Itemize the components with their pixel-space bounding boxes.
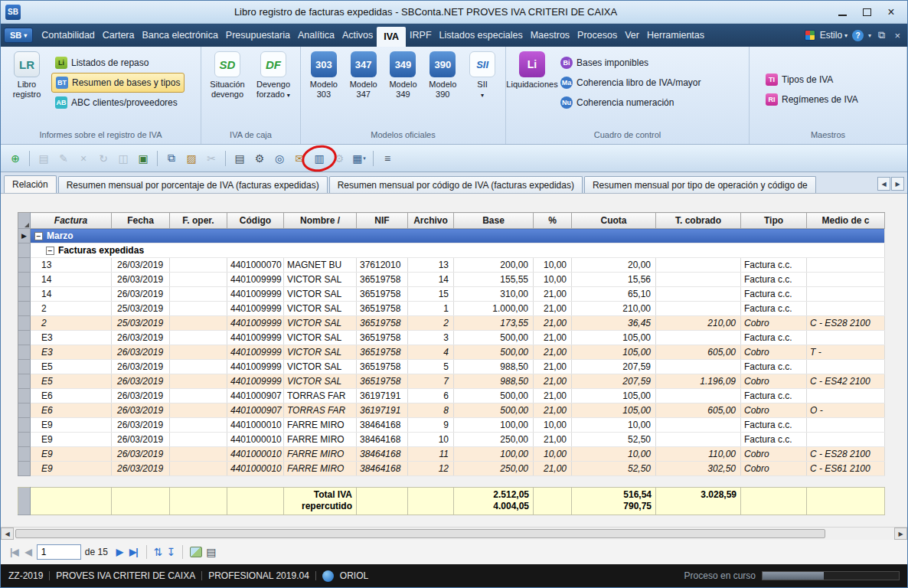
row-indicator[interactable] xyxy=(18,360,31,374)
email-icon[interactable]: ✉ xyxy=(291,150,308,167)
column-header[interactable]: Código xyxy=(227,213,284,229)
collapse-toggle[interactable]: − xyxy=(34,232,43,240)
row-indicator[interactable] xyxy=(18,418,31,433)
cell-nif[interactable]: 38464168 xyxy=(357,462,408,476)
coherencia-mayor-button[interactable]: Ma Coherencia libro de IVA/mayor xyxy=(557,73,705,93)
cell-fecha[interactable]: 26/03/2019 xyxy=(112,447,170,462)
cell-pct[interactable]: 10,00 xyxy=(534,418,572,433)
tab-scroll-left-icon[interactable]: ◀ xyxy=(877,177,890,191)
cell-fecha[interactable]: 26/03/2019 xyxy=(112,258,170,273)
cell-nombre[interactable]: VICTOR SAL xyxy=(284,331,357,345)
listados-repaso-button[interactable]: Li Listados de repaso xyxy=(51,53,185,73)
cell-pct[interactable]: 21,00 xyxy=(534,462,572,476)
column-header[interactable]: Cuota xyxy=(572,213,656,229)
record-number-input[interactable] xyxy=(37,544,81,560)
estilo-button[interactable]: Estilo▾ xyxy=(820,30,848,41)
cell-fecha[interactable]: 26/03/2019 xyxy=(112,433,170,447)
cell-nif[interactable]: 36519758 xyxy=(357,374,408,389)
delete-record-icon[interactable]: × xyxy=(75,150,92,167)
cell-archivo[interactable]: 15 xyxy=(408,287,454,302)
cell-nif[interactable]: 36197191 xyxy=(357,403,408,418)
collapse-toggle[interactable]: − xyxy=(46,247,54,255)
cell-codigo[interactable]: 4401000010 xyxy=(227,462,284,476)
cell-codigo[interactable]: 4401009999 xyxy=(227,345,284,360)
row-indicator[interactable] xyxy=(18,447,31,462)
table-row[interactable]: 225/03/20194401009999VICTOR SAL365197581… xyxy=(18,302,885,316)
cell-pct[interactable]: 21,00 xyxy=(534,345,572,360)
scroll-right-icon[interactable]: ▶ xyxy=(894,528,907,540)
row-indicator[interactable] xyxy=(18,243,31,258)
table-row[interactable]: 225/03/20194401009999VICTOR SAL365197582… xyxy=(18,316,885,331)
cell-base[interactable]: 988,50 xyxy=(454,360,534,374)
cell-pct[interactable]: 21,00 xyxy=(534,360,572,374)
row-indicator[interactable] xyxy=(18,287,31,302)
cell-pct[interactable]: 10,00 xyxy=(534,273,572,287)
cell-base[interactable]: 988,50 xyxy=(454,374,534,389)
cell-nombre[interactable]: MAGNET BU xyxy=(284,258,357,273)
modelo-347-button[interactable]: 347 Modelo347 xyxy=(345,50,382,130)
cell-nif[interactable]: 36519758 xyxy=(357,331,408,345)
cell-nif[interactable]: 36519758 xyxy=(357,302,408,316)
table-row[interactable]: E626/03/20194401000907TORRAS FAR36197191… xyxy=(18,403,885,418)
menu-item-banca-electr-nica[interactable]: Banca electrónica xyxy=(138,24,221,47)
menu-item-presupuestaria[interactable]: Presupuestaria xyxy=(222,24,294,47)
minimize-button[interactable] xyxy=(831,4,854,21)
cell-archivo[interactable]: 12 xyxy=(408,462,454,476)
menu-item-cartera[interactable]: Cartera xyxy=(99,24,139,47)
cell-t_cobrado[interactable]: 1.196,09 xyxy=(656,374,741,389)
column-header[interactable]: Medio de c xyxy=(807,213,885,229)
menu-item-ver[interactable]: Ver xyxy=(621,24,643,47)
cell-f_oper[interactable] xyxy=(170,433,227,447)
group-row-month[interactable]: ▶−Marzo xyxy=(18,229,885,243)
cell-nombre[interactable]: VICTOR SAL xyxy=(284,273,357,287)
cell-nif[interactable]: 36519758 xyxy=(357,345,408,360)
cell-factura[interactable]: E3 xyxy=(31,345,112,360)
cell-tipo[interactable]: Factura c.c. xyxy=(741,433,807,447)
cell-factura[interactable]: E9 xyxy=(31,447,112,462)
cell-cuota[interactable]: 52,50 xyxy=(572,462,656,476)
menu-item-contabilidad[interactable]: Contabilidad xyxy=(38,24,99,47)
tab-resumen-codigo[interactable]: Resumen mensual por código de IVA (factu… xyxy=(329,176,583,193)
table-row[interactable]: E526/03/20194401009999VICTOR SAL36519758… xyxy=(18,374,885,389)
cell-base[interactable]: 500,00 xyxy=(454,331,534,345)
close-child-icon[interactable]: × xyxy=(892,30,903,41)
cell-factura[interactable]: E9 xyxy=(31,418,112,433)
link-icon[interactable]: ⚙ xyxy=(331,150,348,167)
cell-tipo[interactable]: Factura c.c. xyxy=(741,273,807,287)
cell-pct[interactable]: 21,00 xyxy=(534,433,572,447)
cell-tipo[interactable]: Cobro xyxy=(741,316,807,331)
situacion-devengo-button[interactable]: SD Situacióndevengo xyxy=(206,50,249,130)
cell-pct[interactable]: 21,00 xyxy=(534,287,572,302)
cell-base[interactable]: 500,00 xyxy=(454,389,534,403)
column-header[interactable]: % xyxy=(534,213,572,229)
cell-archivo[interactable]: 14 xyxy=(408,273,454,287)
cell-codigo[interactable]: 4401009999 xyxy=(227,273,284,287)
cell-codigo[interactable]: 4401000070 xyxy=(227,258,284,273)
edit-record-icon[interactable]: ✎ xyxy=(55,150,72,167)
cell-base[interactable]: 250,00 xyxy=(454,433,534,447)
coherencia-numeracion-button[interactable]: Nu Coherencia numeración xyxy=(557,93,705,113)
cell-pct[interactable]: 21,00 xyxy=(534,302,572,316)
cell-base[interactable]: 200,00 xyxy=(454,258,534,273)
cell-cuota[interactable]: 65,10 xyxy=(572,287,656,302)
row-indicator[interactable] xyxy=(18,374,31,389)
cell-medio[interactable]: O - xyxy=(807,403,885,418)
menu-item-herramientas[interactable]: Herramientas xyxy=(643,24,708,47)
menu-item-anal-tica[interactable]: Analítica xyxy=(294,24,338,47)
cell-tipo[interactable]: Factura c.c. xyxy=(741,360,807,374)
fit-rows-icon[interactable]: ⇅ xyxy=(154,546,163,558)
report-preview-icon[interactable]: ▥ xyxy=(311,150,328,167)
cell-fecha[interactable]: 26/03/2019 xyxy=(112,403,170,418)
cell-codigo[interactable]: 4401009999 xyxy=(227,287,284,302)
cell-nombre[interactable]: FARRE MIRO xyxy=(284,418,357,433)
tipos-iva-button[interactable]: TI Tipos de IVA xyxy=(762,70,862,90)
cell-medio[interactable] xyxy=(807,258,885,273)
cell-t_cobrado[interactable] xyxy=(656,302,741,316)
cell-base[interactable]: 310,00 xyxy=(454,287,534,302)
row-indicator[interactable] xyxy=(18,462,31,476)
cell-tipo[interactable]: Factura c.c. xyxy=(741,389,807,403)
cell-tipo[interactable]: Cobro xyxy=(741,462,807,476)
cell-tipo[interactable]: Cobro xyxy=(741,447,807,462)
cell-fecha[interactable]: 26/03/2019 xyxy=(112,462,170,476)
tab-resumen-tipo-operacion[interactable]: Resumen mensual por tipo de operación y … xyxy=(584,176,816,193)
